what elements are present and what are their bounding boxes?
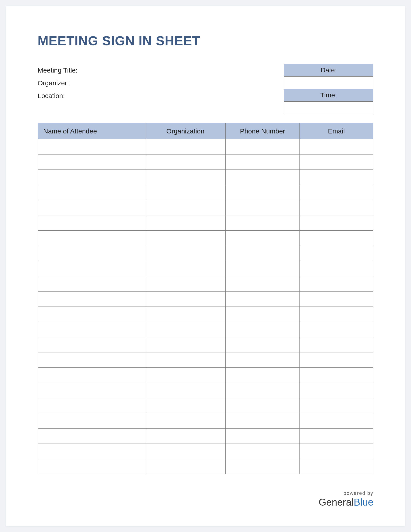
table-cell[interactable]: [226, 276, 299, 292]
table-cell[interactable]: [38, 231, 145, 246]
table-cell[interactable]: [145, 185, 226, 200]
table-cell[interactable]: [145, 444, 226, 459]
table-cell[interactable]: [38, 368, 145, 383]
table-cell[interactable]: [38, 246, 145, 261]
time-label: Time:: [284, 89, 374, 101]
table-cell[interactable]: [145, 276, 226, 292]
table-cell[interactable]: [226, 231, 299, 246]
table-cell[interactable]: [226, 444, 299, 459]
table-cell[interactable]: [38, 459, 145, 474]
table-cell[interactable]: [299, 413, 374, 428]
table-cell[interactable]: [145, 231, 226, 246]
table-cell[interactable]: [38, 444, 145, 459]
table-cell[interactable]: [299, 383, 374, 398]
table-cell[interactable]: [145, 154, 226, 170]
table-cell[interactable]: [226, 185, 299, 200]
info-section: Meeting Title: Organizer: Location: Date…: [37, 64, 374, 114]
table-cell[interactable]: [145, 352, 226, 368]
table-cell[interactable]: [145, 368, 226, 383]
table-cell[interactable]: [299, 246, 374, 261]
table-cell[interactable]: [226, 307, 299, 322]
table-cell[interactable]: [38, 398, 145, 413]
table-cell[interactable]: [226, 413, 299, 428]
table-row: [38, 368, 374, 383]
table-cell[interactable]: [299, 139, 374, 154]
table-cell[interactable]: [226, 170, 299, 185]
table-cell[interactable]: [299, 428, 374, 444]
table-cell[interactable]: [145, 292, 226, 307]
table-cell[interactable]: [38, 413, 145, 428]
table-cell[interactable]: [145, 200, 226, 215]
date-value[interactable]: [284, 76, 374, 89]
table-cell[interactable]: [299, 459, 374, 474]
table-row: [38, 170, 374, 185]
table-cell[interactable]: [299, 292, 374, 307]
table-cell[interactable]: [38, 428, 145, 444]
time-value[interactable]: [284, 101, 374, 114]
table-row: [38, 154, 374, 170]
table-cell[interactable]: [226, 368, 299, 383]
table-cell[interactable]: [299, 398, 374, 413]
table-cell[interactable]: [38, 185, 145, 200]
table-cell[interactable]: [299, 337, 374, 352]
table-cell[interactable]: [226, 261, 299, 276]
table-cell[interactable]: [145, 170, 226, 185]
table-cell[interactable]: [38, 352, 145, 368]
footer: powered by GeneralBlue: [318, 490, 374, 508]
table-cell[interactable]: [38, 307, 145, 322]
attendee-table: Name of Attendee Organization Phone Numb…: [37, 123, 374, 474]
table-cell[interactable]: [145, 337, 226, 352]
table-cell[interactable]: [299, 322, 374, 337]
table-cell[interactable]: [38, 139, 145, 154]
table-cell[interactable]: [145, 428, 226, 444]
table-cell[interactable]: [226, 352, 299, 368]
table-cell[interactable]: [226, 215, 299, 231]
table-cell[interactable]: [145, 139, 226, 154]
table-cell[interactable]: [38, 170, 145, 185]
table-cell[interactable]: [38, 337, 145, 352]
table-row: [38, 200, 374, 215]
table-cell[interactable]: [145, 261, 226, 276]
table-cell[interactable]: [145, 413, 226, 428]
table-cell[interactable]: [226, 322, 299, 337]
table-cell[interactable]: [299, 352, 374, 368]
table-cell[interactable]: [299, 185, 374, 200]
table-cell[interactable]: [226, 337, 299, 352]
table-cell[interactable]: [38, 261, 145, 276]
table-cell[interactable]: [226, 428, 299, 444]
table-cell[interactable]: [38, 383, 145, 398]
table-cell[interactable]: [299, 276, 374, 292]
table-cell[interactable]: [226, 200, 299, 215]
table-cell[interactable]: [226, 459, 299, 474]
date-time-box: Date: Time:: [284, 64, 374, 114]
table-cell[interactable]: [226, 154, 299, 170]
table-cell[interactable]: [299, 215, 374, 231]
table-cell[interactable]: [299, 261, 374, 276]
table-cell[interactable]: [145, 383, 226, 398]
table-cell[interactable]: [226, 246, 299, 261]
table-cell[interactable]: [226, 139, 299, 154]
table-cell[interactable]: [38, 276, 145, 292]
table-cell[interactable]: [145, 307, 226, 322]
table-cell[interactable]: [38, 200, 145, 215]
table-cell[interactable]: [226, 292, 299, 307]
table-cell[interactable]: [299, 307, 374, 322]
table-cell[interactable]: [145, 322, 226, 337]
table-row: [38, 185, 374, 200]
table-cell[interactable]: [145, 398, 226, 413]
table-cell[interactable]: [299, 368, 374, 383]
table-cell[interactable]: [226, 383, 299, 398]
table-cell[interactable]: [38, 154, 145, 170]
table-cell[interactable]: [299, 231, 374, 246]
table-cell[interactable]: [38, 215, 145, 231]
table-cell[interactable]: [299, 200, 374, 215]
table-cell[interactable]: [226, 398, 299, 413]
table-cell[interactable]: [299, 154, 374, 170]
table-cell[interactable]: [145, 246, 226, 261]
table-cell[interactable]: [299, 444, 374, 459]
table-cell[interactable]: [299, 170, 374, 185]
table-cell[interactable]: [38, 322, 145, 337]
table-cell[interactable]: [38, 292, 145, 307]
table-cell[interactable]: [145, 459, 226, 474]
table-cell[interactable]: [145, 215, 226, 231]
